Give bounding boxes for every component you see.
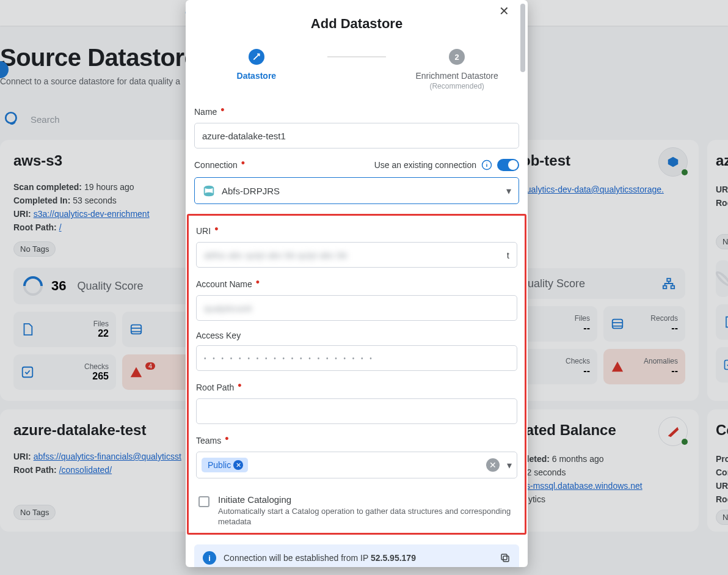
initiate-cataloging-checkbox[interactable]: Initiate Cataloging Automatically start … [196,488,517,527]
connection-select[interactable]: Abfs-DRPJRS ▾ [194,177,519,204]
step-datastore[interactable]: Datastore [186,49,327,81]
connection-value: Abfs-DRPJRS [222,186,280,196]
uri-input[interactable]: abfss abc qulyt abc bb qulyt abc bb t [196,242,517,268]
close-icon[interactable]: ✕ [499,4,509,18]
catalog-desc: Automatically start a Catalog operation … [218,506,515,527]
team-chip-public[interactable]: Public ✕ [202,458,248,472]
chevron-down-icon: ▾ [507,460,512,471]
ip-text: Connection will be established from IP 5… [224,553,416,563]
clear-all-icon[interactable]: ✕ [486,458,500,472]
chip-remove-icon[interactable]: ✕ [233,460,243,470]
modal-scrollbar[interactable] [520,4,525,72]
ip-info-banner: i Connection will be established from IP… [194,544,519,567]
teams-select[interactable]: Public ✕ ✕ ▾ [196,452,517,478]
access-key-input[interactable]: • • • • • • • • • • • • • • • • • • • • [196,345,517,371]
info-icon: i [203,551,216,565]
account-name-label: Account Name [196,277,517,290]
connection-label: Connection [194,158,241,171]
existing-connection-label: Use an existing connection [374,160,476,170]
step-enrichment[interactable]: 2 Enrichment Datastore (Recommended) [386,49,528,90]
uri-label: URI [196,224,517,237]
chevron-down-icon: ▾ [506,185,511,197]
access-key-label: Access Key [196,331,517,340]
highlighted-connection-fields: URI abfss abc qulyt abc bb qulyt abc bb … [187,214,526,535]
checkbox-icon[interactable] [198,496,209,507]
account-name-input[interactable]: qualyticsst4 [196,295,517,321]
catalog-title: Initiate Cataloging [218,494,515,505]
name-label: Name [194,105,519,118]
copy-icon[interactable] [500,552,511,563]
svg-rect-15 [503,556,509,562]
add-datastore-modal: ✕ Add Datastore Datastore 2 Enrichment D… [186,0,528,567]
svg-rect-16 [501,554,507,560]
root-path-label: Root Path [196,381,517,394]
svg-point-13 [205,186,214,189]
modal-title: Add Datastore [186,0,528,32]
svg-point-14 [205,192,214,196]
database-icon [202,184,216,197]
stepper: Datastore 2 Enrichment Datastore (Recomm… [186,49,528,90]
existing-connection-toggle[interactable] [497,159,519,171]
root-path-input[interactable] [196,398,517,424]
teams-label: Teams [196,434,517,447]
name-input[interactable] [194,123,519,148]
info-icon[interactable] [481,159,492,170]
